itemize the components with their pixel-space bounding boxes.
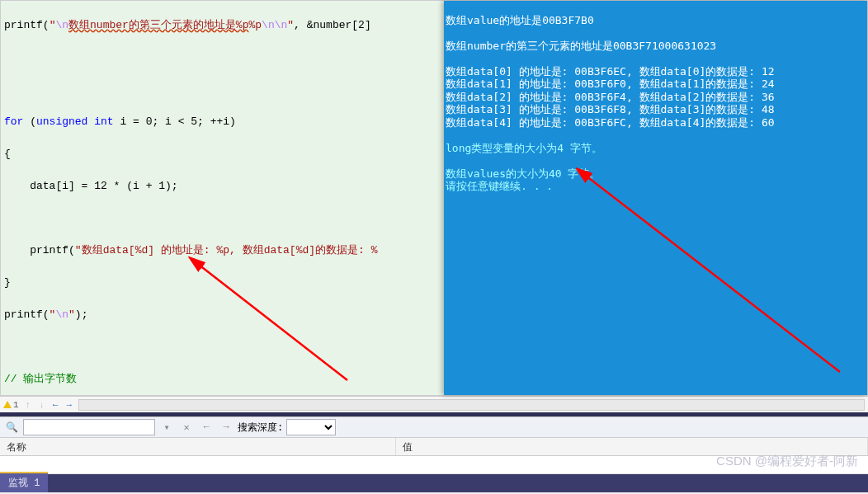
- next-result-icon[interactable]: →: [218, 419, 234, 435]
- console-line: 数组data[3] 的地址是: 00B3F6F8, 数组data[3]的数据是:…: [446, 103, 775, 115]
- search-depth-select[interactable]: [286, 419, 336, 435]
- clear-icon[interactable]: ✕: [178, 419, 195, 435]
- console-line: 数组number的第三个元素的地址是00B3F71000631023: [446, 40, 716, 52]
- search-icon[interactable]: 🔍: [3, 419, 20, 435]
- console-line: 数组data[4] 的地址是: 00B3F6FC, 数组data[4]的数据是:…: [446, 116, 775, 129]
- tab-watch-1[interactable]: 监视 1: [0, 472, 48, 492]
- console-line: 请按任意键继续. . .: [446, 180, 553, 192]
- dropdown-icon[interactable]: ▾: [158, 419, 175, 435]
- warning-badge[interactable]: 1: [3, 400, 19, 410]
- annotation-arrow-icon: [576, 166, 856, 388]
- watch-grid-row-empty[interactable]: [0, 456, 868, 474]
- console-line: 数组data[0] 的地址是: 00B3F6EC, 数组data[0]的数据是:…: [446, 65, 775, 78]
- watch-toolbar: 🔍 ▾ ✕ ← → 搜索深度:: [0, 416, 868, 438]
- main-split: printf("\n数组number的第三个元素的地址是%p%p\n\n", &…: [0, 0, 868, 396]
- nav-down-button[interactable]: ↓: [37, 400, 46, 410]
- prev-result-icon[interactable]: ←: [198, 419, 215, 435]
- watch-grid-header: 名称 值: [0, 438, 868, 456]
- nav-prev-button[interactable]: ←: [51, 400, 60, 410]
- column-value[interactable]: 值: [396, 438, 868, 455]
- editor-status-bar: 1 ↑ ↓ ← →: [0, 396, 868, 412]
- horizontal-scrollbar[interactable]: [78, 399, 865, 411]
- console-line: 数组values的大小为40 字节。: [446, 167, 600, 180]
- nav-next-button[interactable]: →: [64, 400, 73, 410]
- fn-printf: printf: [4, 19, 43, 31]
- code-editor[interactable]: printf("\n数组number的第三个元素的地址是%p%p\n\n", &…: [1, 1, 444, 395]
- console-output[interactable]: 数组value的地址是00B3F7B0 数组number的第三个元素的地址是00…: [444, 1, 867, 395]
- nav-up-button[interactable]: ↑: [24, 400, 33, 410]
- search-depth-label: 搜索深度:: [238, 421, 283, 435]
- warning-icon: [3, 401, 12, 408]
- console-line: 数组data[1] 的地址是: 00B3F6F0, 数组data[1]的数据是:…: [446, 78, 775, 90]
- console-line: long类型变量的大小为4 字节。: [446, 142, 602, 154]
- search-input[interactable]: [23, 419, 155, 435]
- console-line: 数组value的地址是00B3F7B0: [446, 14, 594, 26]
- column-name[interactable]: 名称: [0, 438, 396, 455]
- svg-line-1: [586, 176, 840, 372]
- bottom-tabs: 监视 1: [0, 474, 868, 492]
- console-line: 数组data[2] 的地址是: 00B3F6F4, 数组data[2]的数据是:…: [446, 91, 775, 103]
- comment: // 输出字节数: [4, 371, 441, 388]
